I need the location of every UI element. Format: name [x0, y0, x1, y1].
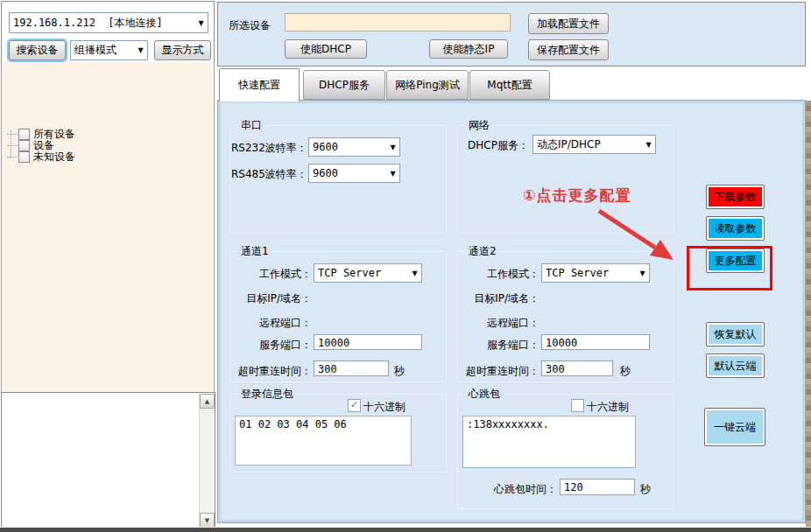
ch2-target-ip-label: 目标IP/域名：	[459, 291, 539, 306]
window-bottom-border	[0, 528, 811, 532]
ch1-timeout-input[interactable]: 300	[314, 360, 389, 376]
tree-checkbox[interactable]	[18, 129, 30, 140]
log-panel[interactable]: ▲ ▼	[1, 392, 215, 529]
channel2-group-title: 通道2	[465, 244, 500, 259]
rs485-baud-value: 9600	[309, 167, 386, 179]
tree-branch-line	[7, 134, 18, 135]
scroll-down-icon: ▼	[205, 517, 209, 524]
network-adapter-value: 192.168.1.212 [本地连接]	[10, 16, 194, 31]
one-key-cloud-button[interactable]: 一键云端	[704, 408, 765, 446]
tree-branch-line	[7, 157, 18, 158]
enable-static-ip-button[interactable]: 使能静态IP	[429, 39, 508, 59]
ch1-seconds-label: 秒	[394, 364, 405, 379]
ch1-work-mode-select[interactable]: TCP Server ▼	[314, 263, 422, 283]
annotation-step1-text: ①点击更多配置	[523, 186, 631, 206]
heartbeat-hex-checkbox[interactable]: ✓	[571, 399, 584, 412]
ch1-work-mode-label: 工作模式：	[231, 267, 312, 282]
ch2-work-mode-label: 工作模式：	[459, 267, 539, 282]
login-hex-checkbox[interactable]: ✓	[348, 399, 361, 412]
tab-mqtt-config[interactable]: Mqtt配置	[469, 70, 550, 100]
dropdown-arrow-icon[interactable]: ▼	[636, 270, 649, 277]
restore-defaults-button[interactable]: 恢复默认	[706, 322, 765, 346]
heartbeat-seconds-label: 秒	[640, 482, 651, 497]
selected-device-label: 所选设备	[229, 18, 271, 33]
heartbeat-group-title: 心跳包	[465, 387, 504, 402]
ch2-timeout-input[interactable]: 300	[541, 360, 613, 376]
dropdown-arrow-icon[interactable]: ▼	[194, 19, 208, 27]
ch2-server-port-label: 服务端口：	[459, 338, 539, 353]
rs232-baud-label: RS232波特率：	[231, 141, 307, 156]
tree-checkbox[interactable]	[18, 151, 30, 163]
ch1-server-port-input[interactable]: 10000	[314, 334, 422, 350]
login-hex-label: 十六进制	[363, 400, 406, 415]
search-devices-button[interactable]: 搜索设备	[9, 40, 66, 60]
dropdown-arrow-icon[interactable]: ▼	[408, 270, 421, 277]
ch1-remote-port-label: 远程端口：	[231, 316, 312, 331]
channel1-group-title: 通道1	[237, 244, 272, 259]
log-scrollbar[interactable]: ▲ ▼	[199, 394, 214, 528]
desktop-wallpaper-strip	[806, 101, 811, 528]
device-search-panel: 192.168.1.212 [本地连接] ▼ 搜索设备 组播模式 ▼ 显示方式	[1, 1, 215, 64]
serial-group-title: 串口	[237, 118, 265, 133]
dhcp-service-select[interactable]: 动态IP/DHCP ▼	[532, 135, 656, 154]
cast-mode-select[interactable]: 组播模式 ▼	[70, 40, 148, 60]
ch2-remote-port-label: 远程端口：	[459, 316, 539, 331]
log-content	[4, 395, 197, 527]
heartbeat-time-label: 心跳包时间：	[473, 482, 557, 497]
dropdown-arrow-icon[interactable]: ▼	[386, 144, 399, 151]
ch1-server-port-label: 服务端口：	[231, 338, 312, 353]
tree-item-label: 未知设备	[33, 150, 75, 164]
enable-dhcp-button[interactable]: 使能DHCP	[285, 39, 367, 59]
ch1-timeout-label: 超时重连时间：	[228, 364, 312, 379]
ch2-work-mode-select[interactable]: TCP Server ▼	[541, 263, 650, 283]
rs485-baud-select[interactable]: 9600 ▼	[308, 164, 400, 183]
tab-dhcp-service[interactable]: DHCP服务	[303, 70, 385, 100]
download-params-button[interactable]: 下载参数	[706, 185, 765, 209]
read-params-button[interactable]: 读取参数	[706, 216, 765, 241]
red-highlight-box	[687, 246, 772, 290]
display-mode-button[interactable]: 显示方式	[154, 40, 211, 60]
heartbeat-hex-label: 十六进制	[587, 400, 629, 415]
scroll-up-icon: ▲	[205, 398, 209, 405]
rs485-baud-label: RS485波特率：	[231, 167, 307, 182]
heartbeat-textarea[interactable]: :138xxxxxxxx.	[462, 416, 636, 468]
ch2-timeout-label: 超时重连时间：	[455, 364, 539, 379]
tab-quick-config[interactable]: 快速配置	[219, 68, 300, 102]
tab-network-ping[interactable]: 网络Ping测试	[386, 70, 469, 100]
ch1-work-mode-value: TCP Server	[314, 267, 408, 279]
login-packet-group-title: 登录信息包	[237, 387, 297, 402]
dropdown-arrow-icon[interactable]: ▼	[134, 46, 147, 54]
tree-checkbox[interactable]	[18, 140, 30, 151]
ch2-seconds-label: 秒	[620, 364, 631, 379]
ch2-work-mode-value: TCP Server	[542, 267, 636, 279]
dropdown-arrow-icon[interactable]: ▼	[386, 170, 399, 178]
tree-item-unknown-devices[interactable]: 未知设备	[7, 151, 75, 163]
tree-branch-line	[7, 145, 18, 146]
ch2-server-port-input[interactable]: 10000	[541, 334, 650, 350]
network-adapter-select[interactable]: 192.168.1.212 [本地连接] ▼	[9, 12, 208, 33]
selected-device-input[interactable]	[285, 13, 511, 32]
device-actions-header: 所选设备 使能DHCP 使能静态IP 加载配置文件 保存配置文件	[217, 2, 806, 66]
dhcp-service-label: DHCP服务：	[461, 138, 529, 153]
cast-mode-value: 组播模式	[71, 43, 134, 58]
check-icon: ✓	[350, 399, 358, 410]
rs232-baud-select[interactable]: 9600 ▼	[308, 137, 400, 157]
network-group-title: 网络	[465, 118, 493, 133]
dropdown-arrow-icon[interactable]: ▼	[642, 141, 655, 149]
load-config-button[interactable]: 加载配置文件	[528, 13, 609, 34]
device-tree-panel: 所有设备 设备 未知设备	[1, 62, 215, 393]
default-cloud-button[interactable]: 默认云端	[706, 354, 765, 378]
dhcp-service-value: 动态IP/DHCP	[533, 137, 642, 152]
login-packet-textarea[interactable]: 01 02 03 04 05 06	[235, 416, 412, 466]
scroll-up-button[interactable]: ▲	[200, 394, 215, 409]
ch1-target-ip-label: 目标IP/域名：	[231, 291, 312, 306]
scroll-down-button[interactable]: ▼	[200, 513, 215, 528]
save-config-button[interactable]: 保存配置文件	[528, 39, 609, 60]
rs232-baud-value: 9600	[309, 141, 386, 153]
heartbeat-time-input[interactable]: 120	[560, 479, 635, 495]
